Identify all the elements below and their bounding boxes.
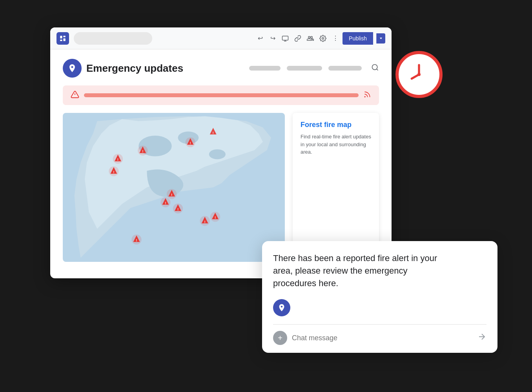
- site-nav: [249, 64, 379, 73]
- main-content: ! ! !: [63, 113, 379, 262]
- site-title: Emergency updates: [86, 62, 249, 74]
- search-icon[interactable]: [371, 64, 379, 73]
- chat-avatar-row: [273, 299, 486, 316]
- svg-text:!: !: [113, 170, 115, 174]
- clock-icon: [395, 51, 443, 98]
- more-icon[interactable]: ⋮: [332, 34, 339, 42]
- svg-text:!: !: [190, 141, 191, 145]
- adduser-icon[interactable]: [306, 34, 314, 42]
- svg-text:!: !: [213, 131, 214, 135]
- chat-panel: There has been a reported fire alert in …: [262, 241, 497, 353]
- browser-toolbar: ↩ ↪: [50, 27, 392, 49]
- chat-divider: [273, 324, 486, 325]
- fire-card-title: Forest fire map: [301, 121, 371, 129]
- alert-banner: [63, 85, 379, 105]
- svg-point-11: [322, 37, 324, 39]
- svg-text:!: !: [171, 193, 172, 197]
- rss-icon: [363, 91, 371, 100]
- map-container: ! ! !: [63, 113, 285, 262]
- link-icon[interactable]: [294, 34, 302, 42]
- svg-text:!: !: [136, 238, 137, 242]
- svg-line-13: [377, 69, 378, 70]
- nav-item-3[interactable]: [328, 66, 362, 71]
- svg-rect-6: [64, 38, 66, 41]
- title-bar: [74, 32, 152, 45]
- svg-rect-4: [60, 36, 62, 38]
- chat-input-field[interactable]: [292, 334, 472, 342]
- svg-point-16: [364, 96, 365, 97]
- fire-info-card: Forest fire map Find real-time fire aler…: [293, 113, 379, 262]
- settings-icon[interactable]: [319, 34, 327, 42]
- chat-message-text: There has been a reported fire alert in …: [273, 252, 446, 290]
- app-logo: [56, 32, 69, 45]
- svg-rect-8: [282, 36, 288, 40]
- fire-card-description: Find real-time fire alert updates in you…: [301, 133, 371, 156]
- warning-icon: [71, 90, 79, 100]
- site-header: Emergency updates: [63, 59, 379, 78]
- svg-point-12: [372, 64, 377, 69]
- site-logo: [63, 59, 82, 78]
- nav-item-2[interactable]: [287, 66, 322, 71]
- browser-window: ↩ ↪: [50, 27, 392, 278]
- nav-item-1[interactable]: [249, 66, 281, 71]
- svg-rect-7: [60, 40, 62, 41]
- toolbar-icons: ↩ ↪: [256, 34, 339, 42]
- svg-point-3: [417, 73, 421, 76]
- display-icon[interactable]: [281, 34, 289, 42]
- svg-text:!: !: [204, 220, 206, 224]
- svg-rect-5: [64, 36, 66, 37]
- svg-point-20: [209, 149, 226, 159]
- chat-avatar: [273, 299, 290, 316]
- redo-icon[interactable]: ↪: [269, 34, 277, 42]
- scene: ↩ ↪: [50, 27, 482, 365]
- chat-send-button[interactable]: [477, 332, 486, 344]
- alert-progress-bar: [84, 93, 359, 97]
- svg-text:!: !: [215, 216, 216, 220]
- svg-text:!: !: [117, 158, 118, 162]
- svg-text:!: !: [165, 201, 166, 205]
- chat-input-row[interactable]: +: [273, 331, 486, 345]
- svg-text:!: !: [177, 207, 179, 211]
- publish-button[interactable]: Publish: [343, 32, 373, 45]
- chat-add-button[interactable]: +: [273, 331, 287, 345]
- undo-icon[interactable]: ↩: [256, 34, 264, 42]
- svg-text:!: !: [142, 149, 143, 153]
- publish-dropdown-button[interactable]: [376, 33, 385, 44]
